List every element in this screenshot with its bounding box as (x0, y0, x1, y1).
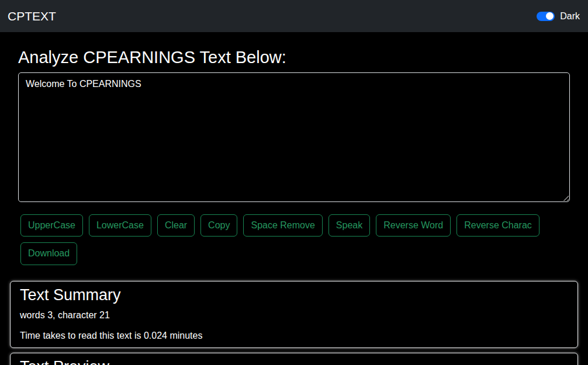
main-content: Analyze CPEARNINGS Text Below: Welcome T… (0, 48, 588, 265)
lowercase-button[interactable]: LowerCase (89, 214, 151, 237)
theme-toggle-area: Dark (537, 11, 580, 22)
reverse-charac-button[interactable]: Reverse Charac (456, 214, 539, 237)
uppercase-button[interactable]: UpperCase (20, 214, 83, 237)
text-summary-card: Text Summary words 3, character 21 Time … (10, 281, 578, 348)
copy-button[interactable]: Copy (200, 214, 237, 237)
download-button[interactable]: Download (20, 242, 77, 265)
dark-mode-toggle[interactable] (537, 12, 555, 21)
text-preview-title: Text Preview (20, 358, 568, 365)
reverse-word-button[interactable]: Reverse Word (376, 214, 451, 237)
cards-section: Text Summary words 3, character 21 Time … (10, 281, 578, 365)
word-char-count: words 3, character 21 (20, 310, 568, 321)
read-time: Time takes to read this text is 0.024 mi… (20, 331, 568, 341)
page-title: Analyze CPEARNINGS Text Below: (18, 48, 570, 67)
theme-toggle-label: Dark (560, 11, 580, 22)
brand-link[interactable]: CPTEXT (8, 10, 56, 22)
action-button-row: UpperCase LowerCase Clear Copy Space Rem… (20, 214, 570, 237)
navbar: CPTEXT Dark (0, 0, 588, 32)
text-preview-card: Text Preview (10, 353, 578, 365)
toggle-knob-icon (546, 12, 554, 20)
text-input[interactable]: Welcome To CPEARNINGS (18, 72, 570, 202)
space-remove-button[interactable]: Space Remove (243, 214, 322, 237)
download-button-row: Download (20, 242, 570, 265)
textarea-wrapper: Welcome To CPEARNINGS (18, 72, 570, 202)
clear-button[interactable]: Clear (157, 214, 195, 237)
speak-button[interactable]: Speak (328, 214, 370, 237)
text-summary-title: Text Summary (20, 286, 568, 304)
